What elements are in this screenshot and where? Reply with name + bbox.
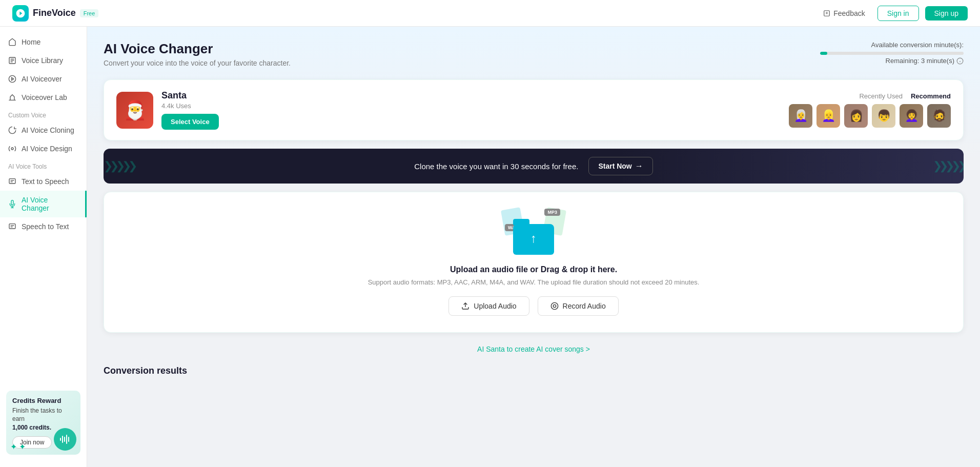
conversion-remaining: Remaining: 3 minute(s) — [820, 57, 964, 65]
voice-avatar: 🎅 — [116, 92, 153, 129]
free-badge: Free — [80, 9, 99, 17]
clone-banner-text: Clone the voice you want in 30 seconds f… — [414, 162, 578, 171]
clone-arrows-left-decoration: ❯❯❯❯❯ — [104, 149, 175, 184]
svg-rect-22 — [68, 437, 69, 442]
conversion-bar-fill — [820, 52, 827, 55]
main-layout: Home Voice Library AI Voiceover Voiceove… — [0, 27, 980, 467]
page-subtitle: Convert your voice into the voice of you… — [104, 59, 291, 67]
info-icon — [956, 57, 964, 65]
logo-icon — [12, 5, 29, 22]
rec-avatar-5[interactable]: 👩‍🦱 — [900, 104, 923, 128]
page-header: AI Voice Changer Convert your voice into… — [104, 41, 964, 67]
rec-avatar-2[interactable]: 👱‍♀️ — [816, 104, 840, 128]
sidebar-section-custom-voice: Custom Voice — [0, 107, 87, 121]
header: FineVoice Free Feedback Sign in Sign up — [0, 0, 980, 27]
recommend-tab[interactable]: Recommend — [911, 92, 951, 100]
svg-rect-19 — [62, 436, 63, 443]
credits-waveform-icon — [54, 428, 76, 451]
feedback-button[interactable]: Feedback — [817, 6, 871, 21]
rec-avatar-3[interactable]: 👩 — [844, 104, 868, 128]
recommendation-tabs: Recently Used Recommend — [789, 92, 951, 100]
recently-used-tab[interactable]: Recently Used — [859, 92, 903, 100]
upload-audio-button[interactable]: Upload Audio — [448, 296, 529, 316]
credits-reward-box: Credits Reward Finish the tasks to earn … — [6, 391, 80, 455]
svg-point-27 — [551, 302, 558, 309]
svg-point-7 — [9, 75, 15, 82]
voice-recommendations-panel: Recently Used Recommend 👩‍🦳 👱‍♀️ 👩 — [789, 92, 951, 128]
sidebar-item-ai-voice-cloning[interactable]: AI Voice Cloning — [0, 121, 87, 139]
sidebar-item-text-to-speech[interactable]: Text to Speech — [0, 172, 87, 191]
ai-santa-link[interactable]: AI Santa to create AI cover songs > — [104, 341, 964, 357]
start-now-button[interactable]: Start Now → — [588, 157, 652, 175]
svg-rect-20 — [64, 437, 65, 442]
svg-rect-10 — [9, 179, 15, 184]
sidebar-section-ai-voice-tools: AI Voice Tools — [0, 158, 87, 172]
svg-marker-8 — [12, 77, 14, 80]
conversion-label: Available conversion minute(s): — [820, 41, 964, 49]
conversion-results-title: Conversion results — [104, 366, 964, 376]
upload-folder-icon: ↑ — [513, 224, 554, 255]
clone-arrows-right-decoration: ❯❯❯❯❯ — [892, 149, 964, 184]
sidebar-item-home[interactable]: Home — [0, 33, 87, 51]
page-title: AI Voice Changer — [104, 41, 291, 57]
voice-card-inner: 🎅 Santa 4.4k Uses Select Voice Recently … — [116, 90, 951, 130]
sidebar: Home Voice Library AI Voiceover Voiceove… — [0, 27, 87, 467]
svg-rect-21 — [66, 435, 67, 444]
voice-name: Santa — [161, 90, 781, 101]
sidebar-item-voice-library[interactable]: Voice Library — [0, 51, 87, 70]
credits-stars-decoration: ✦ ✦ — [10, 442, 26, 452]
svg-point-9 — [11, 148, 13, 150]
sidebar-item-ai-voice-design[interactable]: AI Voice Design — [0, 139, 87, 158]
main-content: AI Voice Changer Convert your voice into… — [87, 27, 980, 467]
credits-title: Credits Reward — [12, 397, 74, 404]
voice-info: Santa 4.4k Uses Select Voice — [161, 90, 781, 130]
upload-subtitle: Support audio formats: MP3, AAC, ARM, M4… — [368, 278, 700, 286]
voice-uses: 4.4k Uses — [161, 102, 781, 110]
record-icon — [550, 302, 559, 310]
svg-rect-15 — [9, 224, 15, 229]
sidebar-item-voiceover-lab[interactable]: Voiceover Lab — [0, 88, 87, 107]
voice-selection-card: 🎅 Santa 4.4k Uses Select Voice Recently … — [104, 79, 964, 140]
conversion-info: Available conversion minute(s): Remainin… — [820, 41, 964, 65]
logo-text: FineVoice — [33, 8, 76, 18]
upload-card: WAV MP3 ↑ Upload an audio file or Drag &… — [104, 192, 964, 333]
upload-title: Upload an audio file or Drag & drop it h… — [450, 265, 617, 274]
sidebar-item-ai-voice-changer[interactable]: AI Voice Changer — [0, 191, 87, 217]
santa-image: 🎅 — [116, 92, 153, 129]
sidebar-item-speech-to-text[interactable]: Speech to Text — [0, 217, 87, 236]
clone-banner: ❯❯❯❯❯ Clone the voice you want in 30 sec… — [104, 149, 964, 184]
arrow-right-icon: → — [635, 161, 643, 171]
header-right: Feedback Sign in Sign up — [817, 6, 968, 21]
rec-avatar-4[interactable]: 👦 — [872, 104, 895, 128]
header-left: FineVoice Free — [12, 5, 98, 22]
select-voice-button[interactable]: Select Voice — [161, 114, 219, 130]
sidebar-item-ai-voiceover[interactable]: AI Voiceover — [0, 70, 87, 88]
rec-avatar-1[interactable]: 👩‍🦳 — [789, 104, 812, 128]
svg-point-28 — [553, 304, 556, 307]
svg-rect-18 — [60, 438, 61, 441]
page-title-group: AI Voice Changer Convert your voice into… — [104, 41, 291, 67]
mp3-badge: MP3 — [544, 209, 560, 216]
recommended-avatars: 👩‍🦳 👱‍♀️ 👩 👦 👩‍🦱 — [789, 104, 951, 128]
sign-up-button[interactable]: Sign up — [925, 6, 968, 21]
upload-arrow-icon: ↑ — [530, 231, 537, 246]
rec-avatar-6[interactable]: 🧔 — [927, 104, 951, 128]
upload-buttons: Upload Audio Record Audio — [448, 296, 618, 316]
sign-in-button[interactable]: Sign in — [877, 6, 919, 21]
upload-icon — [461, 302, 469, 310]
upload-illustration: WAV MP3 ↑ — [503, 209, 564, 255]
record-audio-button[interactable]: Record Audio — [538, 296, 619, 316]
conversion-progress-bar — [820, 52, 964, 55]
